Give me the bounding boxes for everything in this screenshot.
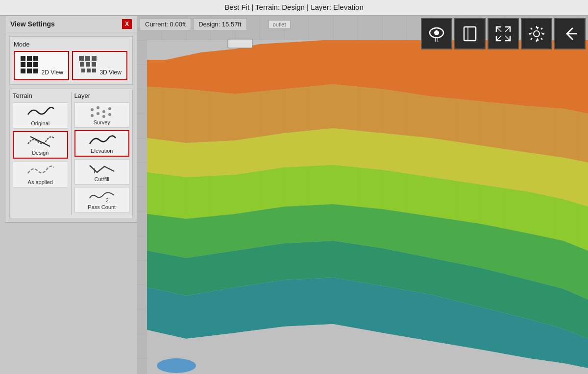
layer-label: Layer bbox=[74, 92, 130, 99]
original-wave-icon bbox=[25, 105, 55, 119]
mode-label: Mode bbox=[14, 41, 128, 48]
svg-rect-84 bbox=[228, 39, 252, 48]
layer-column: Layer bbox=[74, 92, 130, 215]
svg-rect-14 bbox=[92, 62, 96, 67]
as-applied-icon bbox=[25, 164, 55, 178]
panel-header: View Settings X bbox=[5, 16, 137, 32]
svg-rect-4 bbox=[27, 62, 32, 67]
current-label: Current: bbox=[145, 21, 168, 28]
pass-count-icon: 2 bbox=[87, 189, 117, 203]
current-value: 0.00ft bbox=[170, 21, 186, 28]
svg-line-35 bbox=[505, 27, 510, 32]
view-settings-panel: View Settings X Mode bbox=[5, 16, 137, 223]
svg-rect-6 bbox=[21, 69, 25, 73]
elevation-icon bbox=[87, 133, 117, 147]
svg-rect-9 bbox=[79, 56, 84, 61]
svg-rect-16 bbox=[87, 69, 91, 72]
terrain-original-label: Original bbox=[31, 120, 49, 126]
terrain-as-applied[interactable]: As applied bbox=[13, 161, 68, 187]
svg-line-34 bbox=[496, 27, 501, 32]
panel-body: Mode bbox=[5, 32, 137, 222]
mode-section: Mode bbox=[9, 36, 133, 85]
terrain-visualization bbox=[137, 16, 588, 374]
design-label: Design: bbox=[198, 21, 220, 28]
svg-rect-17 bbox=[92, 69, 96, 72]
svg-line-36 bbox=[496, 36, 501, 41]
svg-rect-7 bbox=[27, 69, 32, 73]
legend-button[interactable] bbox=[454, 18, 486, 49]
layer-pass-count-label: Pass Count bbox=[88, 204, 116, 210]
svg-rect-5 bbox=[33, 62, 38, 67]
survey-icon bbox=[87, 105, 117, 118]
svg-point-22 bbox=[108, 107, 111, 110]
svg-rect-32 bbox=[464, 27, 476, 41]
terrain-as-applied-label: As applied bbox=[28, 179, 53, 185]
map-area: Current: 0.00ft Design: 15.57ft outlet T… bbox=[137, 16, 588, 374]
expand-button[interactable] bbox=[488, 18, 519, 49]
svg-point-83 bbox=[157, 358, 196, 373]
3d-grid-icon bbox=[78, 55, 98, 74]
terrain-original[interactable]: Original bbox=[13, 102, 68, 129]
svg-line-37 bbox=[505, 36, 510, 41]
book-icon bbox=[461, 25, 479, 43]
outlet-label: outlet bbox=[269, 20, 291, 29]
back-button[interactable] bbox=[554, 18, 586, 49]
back-arrow-icon bbox=[561, 25, 579, 43]
3d-view-button[interactable]: 3D View bbox=[72, 51, 127, 80]
svg-point-21 bbox=[102, 110, 105, 113]
gear-icon bbox=[528, 25, 545, 43]
svg-rect-10 bbox=[85, 56, 90, 61]
svg-point-23 bbox=[91, 114, 94, 117]
layer-pass-count[interactable]: 2 Pass Count bbox=[74, 187, 130, 212]
2d-view-label: 2D View bbox=[41, 69, 63, 76]
current-value-panel: Current: 0.00ft bbox=[140, 18, 191, 30]
terrain-layer-row: Terrain Original bbox=[13, 92, 129, 215]
settings-button[interactable] bbox=[521, 18, 552, 49]
layer-elevation[interactable]: Elevation bbox=[74, 130, 130, 157]
terrain-layer-section: Terrain Original bbox=[9, 89, 133, 218]
layer-elevation-label: Elevation bbox=[91, 148, 113, 154]
2d-view-button[interactable]: 2D View bbox=[14, 51, 69, 80]
design-value-panel: Design: 15.57ft bbox=[193, 18, 246, 30]
svg-rect-12 bbox=[80, 62, 84, 67]
svg-point-30 bbox=[434, 30, 439, 35]
layer-cut-fill[interactable]: Cut/fill bbox=[74, 159, 130, 185]
terrain-column: Terrain Original bbox=[13, 92, 72, 215]
svg-point-19 bbox=[91, 108, 94, 111]
svg-line-18 bbox=[30, 137, 50, 146]
svg-rect-11 bbox=[92, 56, 97, 61]
mode-buttons: 2D View bbox=[14, 51, 128, 80]
map-info-bar: Current: 0.00ft Design: 15.57ft outlet bbox=[140, 18, 291, 30]
expand-icon bbox=[494, 25, 512, 43]
svg-text:2: 2 bbox=[106, 198, 109, 203]
svg-text:Tt: Tt bbox=[434, 37, 439, 43]
svg-rect-8 bbox=[33, 69, 38, 73]
svg-rect-15 bbox=[81, 69, 85, 72]
svg-rect-0 bbox=[21, 56, 25, 61]
svg-rect-13 bbox=[86, 62, 90, 67]
layer-survey[interactable]: Survey bbox=[74, 102, 130, 128]
design-wave-icon bbox=[25, 134, 55, 149]
title-bar: Best Fit | Terrain: Design | Layer: Elev… bbox=[0, 0, 588, 16]
eye-text-icon: Tt bbox=[427, 24, 446, 44]
svg-point-20 bbox=[97, 106, 99, 109]
layer-cut-fill-label: Cut/fill bbox=[94, 176, 109, 182]
2d-grid-icon bbox=[20, 55, 39, 74]
svg-rect-1 bbox=[27, 56, 32, 61]
layer-survey-label: Survey bbox=[94, 119, 110, 125]
terrain-design-label: Design bbox=[32, 150, 49, 156]
design-value: 15.57ft bbox=[222, 21, 242, 28]
svg-rect-3 bbox=[21, 62, 25, 67]
right-toolbar: Tt bbox=[421, 18, 586, 49]
page-title: Best Fit | Terrain: Design | Layer: Elev… bbox=[224, 3, 363, 11]
svg-point-24 bbox=[97, 112, 99, 115]
close-button[interactable]: X bbox=[122, 19, 132, 29]
terrain-design[interactable]: Design bbox=[13, 131, 68, 159]
terrain-label: Terrain bbox=[13, 92, 68, 99]
svg-point-38 bbox=[534, 31, 539, 37]
svg-rect-2 bbox=[33, 56, 38, 61]
svg-point-26 bbox=[108, 113, 111, 116]
view-toggle-button[interactable]: Tt bbox=[421, 18, 452, 49]
svg-point-25 bbox=[102, 115, 105, 118]
3d-view-label: 3D View bbox=[99, 69, 121, 76]
